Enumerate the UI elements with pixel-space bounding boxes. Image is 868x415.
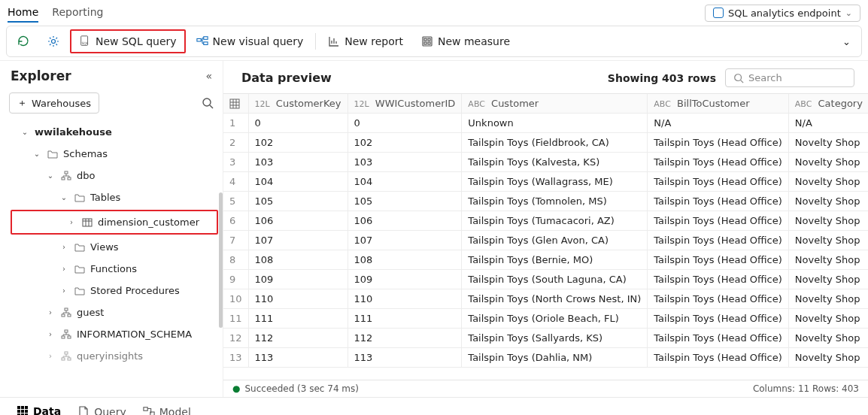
cell: Tailspin Toys (Dahlia, NM) — [462, 348, 648, 368]
svg-rect-19 — [65, 330, 68, 332]
add-warehouse-button[interactable]: ＋ Warehouses — [9, 92, 99, 114]
data-preview-title: Data preview — [241, 71, 608, 85]
cell: 0 — [348, 114, 462, 133]
cell: Tailspin Toys (Tumacacori, AZ) — [462, 211, 648, 231]
cell: Tailspin Toys (Head Office) — [648, 329, 789, 348]
tree-information-schema[interactable]: › INFORMATION_SCHEMA — [0, 323, 223, 345]
data-grid[interactable]: 12L CustomerKey12L WWICustomerIDABC Cust… — [223, 93, 868, 380]
cell: Novelty Shop — [788, 289, 868, 309]
schema-icon — [60, 329, 72, 340]
cell: Tailspin Toys (Head Office) — [648, 231, 789, 250]
table-row[interactable]: 13113113Tailspin Toys (Dahlia, NM)Tailsp… — [223, 348, 868, 368]
cell: Tailspin Toys (Head Office) — [648, 172, 789, 192]
toolbar-separator — [315, 33, 316, 50]
svg-rect-32 — [25, 410, 28, 413]
table-row[interactable]: 5105105Tailspin Toys (Tomnolen, MS)Tails… — [223, 192, 868, 211]
explorer-panel: Explorer « ＋ Warehouses ⌄ wwilakehouse ⌄… — [0, 61, 223, 397]
chevron-down-icon: ⌄ — [20, 128, 30, 136]
chevron-down-icon: ⌄ — [59, 193, 69, 201]
refresh-button[interactable] — [10, 31, 37, 52]
cell: Tailspin Toys (Sallyards, KS) — [462, 329, 648, 348]
cell: Novelty Shop — [788, 348, 868, 368]
scrollbar[interactable] — [219, 192, 223, 328]
table-row[interactable]: 10110110Tailspin Toys (North Crows Nest,… — [223, 289, 868, 309]
table-row[interactable]: 3103103Tailspin Toys (Kalvesta, KS)Tails… — [223, 153, 868, 172]
file-icon — [77, 406, 90, 416]
svg-rect-36 — [144, 407, 147, 410]
row-number: 9 — [223, 270, 248, 289]
tree-label: queryinsights — [77, 350, 143, 362]
cell: 113 — [348, 348, 462, 368]
tab-reporting[interactable]: Reporting — [52, 3, 103, 23]
tree-label: Functions — [90, 263, 137, 274]
success-icon: ● — [232, 383, 240, 394]
folder-icon — [74, 192, 86, 203]
cell: N/A — [788, 114, 868, 133]
cell: 102 — [348, 133, 462, 153]
tree-views[interactable]: › Views — [0, 236, 223, 258]
table-row[interactable]: 6106106Tailspin Toys (Tumacacori, AZ)Tai… — [223, 211, 868, 231]
table-row[interactable]: 9109109Tailspin Toys (South Laguna, CA)T… — [223, 270, 868, 289]
bottom-tab-label: Model — [159, 406, 191, 416]
cell: 112 — [348, 329, 462, 348]
new-visual-query-button[interactable]: New visual query — [189, 31, 311, 52]
gear-button[interactable] — [40, 31, 67, 52]
svg-text:SQL: SQL — [82, 41, 89, 45]
preview-search-input[interactable]: Search — [725, 68, 854, 87]
table-row[interactable]: 11111111Tailspin Toys (Oriole Beach, FL)… — [223, 309, 868, 329]
cell: 109 — [248, 270, 348, 289]
bottom-tab-model[interactable]: Model — [140, 403, 194, 416]
row-number: 1 — [223, 114, 248, 133]
tree-schemas[interactable]: ⌄ Schemas — [0, 143, 223, 165]
tree-functions[interactable]: › Functions — [0, 258, 223, 280]
svg-rect-12 — [65, 171, 68, 174]
col-row-count: Columns: 11 Rows: 403 — [753, 383, 859, 394]
column-header[interactable]: 12L WWICustomerID — [348, 94, 462, 114]
grid-corner[interactable] — [223, 94, 248, 114]
endpoint-dropdown[interactable]: SQL analytics endpoint ⌄ — [705, 5, 860, 22]
tab-home[interactable]: Home — [8, 3, 38, 23]
cell: 107 — [348, 231, 462, 250]
table-row[interactable]: 12112112Tailspin Toys (Sallyards, KS)Tai… — [223, 329, 868, 348]
collapse-explorer-button[interactable]: « — [205, 70, 212, 82]
table-icon — [81, 217, 93, 228]
folder-icon — [74, 242, 86, 253]
tree-stored-procedures[interactable]: › Stored Procedures — [0, 280, 223, 301]
column-header[interactable]: ABC Category — [788, 94, 868, 114]
table-row[interactable]: 4104104Tailspin Toys (Wallagrass, ME)Tai… — [223, 172, 868, 192]
warehouses-label: Warehouses — [32, 98, 91, 109]
tree-label: Views — [90, 241, 119, 253]
new-measure-button[interactable]: New measure — [414, 31, 517, 52]
bottom-tab-data[interactable]: Data — [14, 402, 64, 416]
tree-dbo[interactable]: ⌄ dbo — [0, 165, 223, 186]
tree-queryinsights[interactable]: › queryinsights — [0, 345, 223, 367]
new-measure-label: New measure — [438, 35, 510, 47]
tree-root[interactable]: ⌄ wwilakehouse — [0, 121, 223, 143]
cell: Novelty Shop — [788, 192, 868, 211]
explorer-search-button[interactable] — [202, 97, 214, 109]
cell: Tailspin Toys (Glen Avon, CA) — [462, 231, 648, 250]
column-header[interactable]: ABC BillToCustomer — [648, 94, 789, 114]
tree-tables[interactable]: ⌄ Tables — [0, 186, 223, 208]
new-sql-query-button[interactable]: SQL New SQL query — [70, 29, 186, 53]
table-row[interactable]: 100UnknownN/AN/A — [223, 114, 868, 133]
tree-dimension-customer[interactable]: › dimension_customer — [11, 210, 218, 235]
svg-rect-4 — [203, 37, 207, 40]
cell: Novelty Shop — [788, 211, 868, 231]
tree-label: wwilakehouse — [35, 126, 112, 138]
cell: Novelty Shop — [788, 133, 868, 153]
table-row[interactable]: 2102102Tailspin Toys (Fieldbrook, CA)Tai… — [223, 133, 868, 153]
table-row[interactable]: 8108108Tailspin Toys (Bernie, MO)Tailspi… — [223, 250, 868, 270]
row-number: 12 — [223, 329, 248, 348]
cell: 108 — [348, 250, 462, 270]
svg-rect-9 — [424, 42, 426, 44]
bottom-tab-query[interactable]: Query — [74, 403, 129, 416]
new-report-button[interactable]: New report — [320, 31, 411, 52]
tree-guest[interactable]: › guest — [0, 301, 223, 323]
sql-file-icon: SQL — [79, 35, 91, 47]
column-header[interactable]: ABC Customer — [462, 94, 648, 114]
cell: 102 — [248, 133, 348, 153]
column-header[interactable]: 12L CustomerKey — [248, 94, 348, 114]
table-row[interactable]: 7107107Tailspin Toys (Glen Avon, CA)Tail… — [223, 231, 868, 250]
toolbar-more-button[interactable]: ⌄ — [835, 32, 858, 52]
